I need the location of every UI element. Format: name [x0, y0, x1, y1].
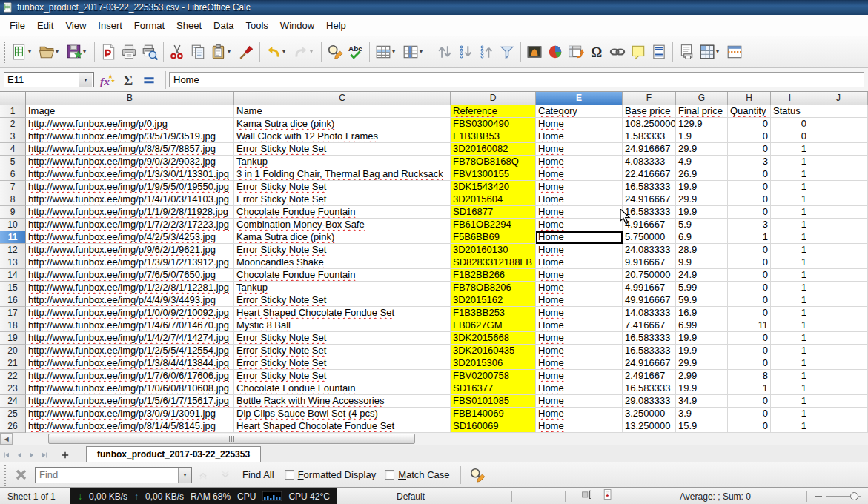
cell-B4[interactable]: http://www.funbox.ee/img/p/8/8/5/7/8857.…	[26, 143, 234, 156]
row-header-19[interactable]: 19	[0, 332, 26, 345]
cell-E3[interactable]: Home	[536, 130, 623, 143]
cell-B16[interactable]: http://www.funbox.ee/img/p/4/4/9/3/4493.…	[26, 294, 234, 307]
cell-C21[interactable]: Error Sticky Note Set	[234, 357, 451, 370]
cell-B23[interactable]: http://www.funbox.ee/img/p/1/0/6/0/8/106…	[26, 382, 234, 395]
cell-J22[interactable]	[809, 370, 868, 382]
row-header-2[interactable]: 2	[0, 118, 26, 130]
print-area-button[interactable]	[677, 42, 696, 62]
dropdown-caret-icon[interactable]: ▾	[310, 48, 316, 55]
cell-I10[interactable]: 1	[771, 219, 809, 231]
row-header-16[interactable]: 16	[0, 294, 26, 307]
cell-C5[interactable]: Tankup	[234, 156, 451, 168]
cell-C26[interactable]: Heart Shaped Chocolate Fondue Set	[234, 420, 451, 433]
document-modified-icon[interactable]: *	[602, 488, 614, 500]
cell-I15[interactable]: 1	[771, 282, 809, 294]
dropdown-caret-icon[interactable]: ▾	[420, 48, 425, 55]
cell-F24[interactable]: 29.083333	[623, 395, 676, 408]
cell-D16[interactable]: 3D2015162	[451, 294, 536, 307]
match-case-checkbox[interactable]: Match Case	[385, 469, 449, 480]
cut-button[interactable]	[168, 42, 187, 62]
dropdown-caret-icon[interactable]: ▾	[28, 48, 34, 55]
row-header-3[interactable]: 3	[0, 130, 26, 143]
cell-E4[interactable]: Home	[536, 143, 623, 156]
cell-B8[interactable]: http://www.funbox.ee/img/p/1/4/1/0/3/141…	[26, 193, 234, 206]
cell-J18[interactable]	[809, 319, 868, 332]
cell-H12[interactable]: 0	[728, 244, 771, 256]
cell-H13[interactable]: 0	[728, 256, 771, 269]
cell-J11[interactable]	[809, 231, 868, 244]
cell-H7[interactable]: 0	[728, 181, 771, 193]
menu-format[interactable]: Format	[128, 17, 170, 34]
function-wizard-icon[interactable]: fx★★	[99, 72, 116, 88]
zoom-slider[interactable]	[815, 488, 861, 504]
cell-E11[interactable]: Home	[536, 231, 623, 244]
copy-button[interactable]	[188, 42, 208, 62]
insert-columns-button[interactable]: ▾	[401, 42, 427, 62]
page-style-label[interactable]: Default	[397, 488, 425, 504]
cell-D4[interactable]: 3D20160082	[451, 143, 536, 156]
cell-F22[interactable]: 2.491667	[623, 370, 676, 382]
cell-C3[interactable]: Wall Clock with 12 Photo Frames	[234, 130, 451, 143]
horizontal-scrollbar[interactable]: ◀	[0, 433, 868, 445]
pivot-table-button[interactable]	[566, 42, 586, 62]
column-header-J[interactable]: J	[809, 92, 868, 105]
cell-B18[interactable]: http://www.funbox.ee/img/p/1/4/6/7/0/146…	[26, 319, 234, 332]
cell-I5[interactable]: 1	[771, 156, 809, 168]
cell-B3[interactable]: http://www.funbox.ee/img/p/3/5/1/9/3519.…	[26, 130, 234, 143]
cell-D14[interactable]: F1B2BB266	[451, 269, 536, 282]
cell-B15[interactable]: http://www.funbox.ee/img/p/1/2/2/8/1/122…	[26, 282, 234, 294]
row-header-25[interactable]: 25	[0, 408, 26, 420]
cell-E26[interactable]: Home	[536, 420, 623, 433]
cell-J17[interactable]	[809, 307, 868, 319]
dropdown-caret-icon[interactable]: ▾	[83, 48, 89, 55]
cell-F21[interactable]: 24.916667	[623, 357, 676, 370]
menu-tools[interactable]: Tools	[240, 17, 274, 34]
cell-G5[interactable]: 4.9	[676, 156, 728, 168]
cell-D2[interactable]: FBS0300490	[451, 118, 536, 130]
spelling-button[interactable]: Abc	[346, 42, 365, 62]
cell-J1[interactable]	[809, 105, 868, 118]
cell-H6[interactable]: 0	[728, 168, 771, 181]
row-header-12[interactable]: 12	[0, 244, 26, 256]
cell-C22[interactable]: Error Sticky Note Set	[234, 370, 451, 382]
cell-I1[interactable]: Status	[771, 105, 809, 118]
cell-H22[interactable]: 8	[728, 370, 771, 382]
cell-I26[interactable]: 1	[771, 420, 809, 433]
find-input[interactable]	[36, 468, 178, 483]
horizontal-scrollbar-thumb[interactable]	[48, 434, 415, 444]
find-all-button[interactable]: Find All	[242, 469, 274, 480]
cell-C18[interactable]: Mystic 8 Ball	[234, 319, 451, 332]
row-header-4[interactable]: 4	[0, 143, 26, 156]
name-box[interactable]: ▾	[4, 72, 94, 87]
find-previous-icon[interactable]	[193, 467, 213, 483]
cell-D1[interactable]: Reference	[451, 105, 536, 118]
dropdown-caret-icon[interactable]: ▾	[228, 48, 233, 55]
cell-H4[interactable]: 0	[728, 143, 771, 156]
insert-rows-button[interactable]: ▾	[374, 42, 400, 62]
cell-H21[interactable]: 0	[728, 357, 771, 370]
cell-F11[interactable]: 5.750000	[623, 231, 676, 244]
cell-C10[interactable]: Combination Money-Box Safe	[234, 219, 451, 231]
cell-C15[interactable]: Tankup	[234, 282, 451, 294]
cell-B14[interactable]: http://www.funbox.ee/img/p/7/6/5/0/7650.…	[26, 269, 234, 282]
cell-B11[interactable]: http://www.funbox.ee/img/p/4/2/5/3/4253.…	[26, 231, 234, 244]
cell-I4[interactable]: 1	[771, 143, 809, 156]
cell-G23[interactable]: 19.9	[676, 382, 728, 395]
cell-H26[interactable]: 0	[728, 420, 771, 433]
cell-I18[interactable]: 1	[771, 319, 809, 332]
cell-G19[interactable]: 19.9	[676, 332, 728, 345]
cell-E19[interactable]: Home	[536, 332, 623, 345]
cell-I24[interactable]: 1	[771, 395, 809, 408]
cell-F8[interactable]: 24.916667	[623, 193, 676, 206]
cell-G8[interactable]: 29.9	[676, 193, 728, 206]
find-dropdown-icon[interactable]: ▾	[178, 468, 191, 483]
cell-B25[interactable]: http://www.funbox.ee/img/p/3/0/9/1/3091.…	[26, 408, 234, 420]
cell-F6[interactable]: 22.416667	[623, 168, 676, 181]
cell-E24[interactable]: Home	[536, 395, 623, 408]
row-header-5[interactable]: 5	[0, 156, 26, 168]
cell-G15[interactable]: 5.99	[676, 282, 728, 294]
cell-D19[interactable]: 3DK2015668	[451, 332, 536, 345]
cell-J24[interactable]	[809, 395, 868, 408]
sort-button[interactable]	[435, 42, 454, 62]
cell-F4[interactable]: 24.916667	[623, 143, 676, 156]
